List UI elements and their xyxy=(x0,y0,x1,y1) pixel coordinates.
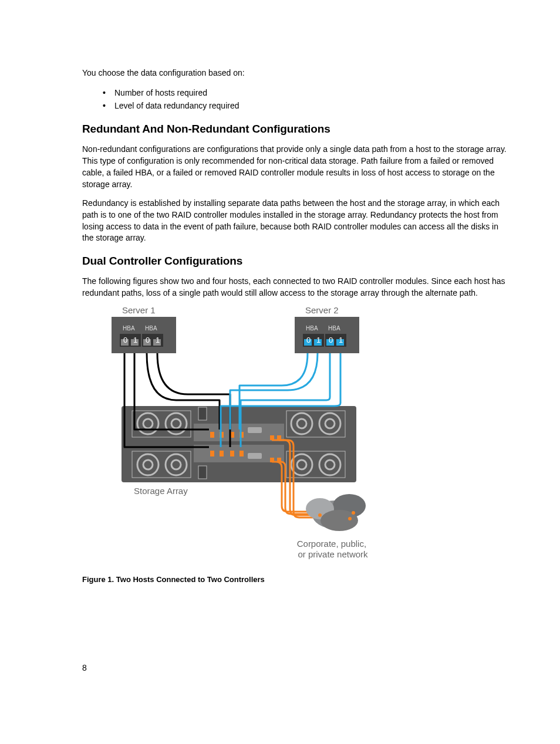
svg-rect-38 xyxy=(198,466,207,479)
network-cloud-icon xyxy=(306,494,366,531)
port-label: 0 xyxy=(123,336,127,344)
svg-rect-46 xyxy=(220,451,224,456)
section-heading-redundant: Redundant And Non-Redundant Configuratio… xyxy=(82,123,507,136)
port-label: 1 xyxy=(133,336,137,344)
list-item: Number of hosts required xyxy=(114,87,507,100)
hba-label: HBA xyxy=(328,325,340,332)
port-label: 0 xyxy=(306,336,311,344)
server2-label: Server 2 xyxy=(305,306,339,315)
intro-text: You choose the data configuration based … xyxy=(82,67,507,79)
port-label: 1 xyxy=(339,336,343,344)
svg-point-57 xyxy=(318,513,322,517)
body-paragraph: Redundancy is established by installing … xyxy=(82,198,507,245)
storage-array-label: Storage Array xyxy=(134,486,188,496)
svg-rect-40 xyxy=(248,453,262,459)
svg-rect-39 xyxy=(248,427,262,433)
hba-label: HBA xyxy=(306,325,318,332)
port-label: 0 xyxy=(146,336,150,344)
page-number: 8 xyxy=(82,663,87,672)
port-label: 1 xyxy=(156,336,160,344)
body-paragraph: Non-redundant configurations are configu… xyxy=(82,144,507,191)
section-heading-dual: Dual Controller Configurations xyxy=(82,255,507,268)
port-label: 1 xyxy=(316,336,321,344)
svg-rect-48 xyxy=(239,451,244,456)
svg-rect-45 xyxy=(210,451,214,456)
svg-point-59 xyxy=(348,517,352,520)
body-paragraph: The following figures show two and four … xyxy=(82,276,507,299)
hba-label: HBA xyxy=(145,325,157,332)
svg-rect-47 xyxy=(230,451,234,456)
svg-rect-41 xyxy=(210,432,214,438)
bullet-list: Number of hosts required Level of data r… xyxy=(82,87,507,112)
hba-label: HBA xyxy=(123,325,135,332)
server1-label: Server 1 xyxy=(122,306,156,315)
network-label: Corporate, public, or private network xyxy=(297,539,369,559)
figure-caption: Figure 1. Two Hosts Connected to Two Con… xyxy=(82,575,507,584)
dual-controller-diagram: Server 1 HBA HBA 0 1 0 1 Server 2 HBA HB… xyxy=(82,306,387,570)
svg-rect-37 xyxy=(198,407,207,420)
list-item: Level of data redundancy required xyxy=(114,100,507,113)
svg-point-58 xyxy=(352,511,355,515)
port-label: 0 xyxy=(329,336,333,344)
figure-container: Server 1 HBA HBA 0 1 0 1 Server 2 HBA HB… xyxy=(82,306,507,584)
